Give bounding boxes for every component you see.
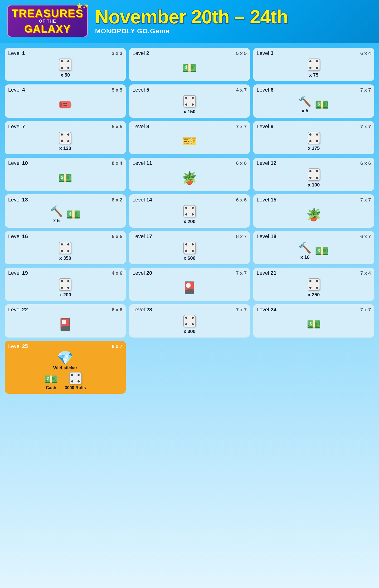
card-body-3: x 75 [256, 58, 371, 78]
grid-size-20: 7 x 7 [236, 270, 247, 276]
card-header-25: Level 258 x 7 [8, 343, 123, 350]
item-qty-1: x 50 [61, 72, 70, 78]
grid-size-2: 5 x 5 [236, 51, 247, 56]
card-header-23: Level 237 x 7 [132, 307, 247, 313]
card-header-13: Level 138 x 2 [8, 197, 123, 203]
card-header-10: Level 108 x 4 [8, 160, 123, 166]
level-label-22: Level 22 [8, 307, 28, 313]
grid-size-7: 5 x 5 [112, 124, 122, 129]
header: ⭐✨ TREASURES OF THE GALAXY November 20th… [0, 0, 379, 43]
card-header-17: Level 178 x 7 [132, 233, 247, 239]
level-card-5: Level 54 x 7x 150 [129, 84, 250, 118]
level-card-6: Level 67 x 7🔨x 5💵 [253, 84, 374, 118]
level-label-18: Level 18 [256, 233, 276, 239]
card-header-3: Level 36 x 4 [256, 50, 371, 56]
card-body-9: x 175 [256, 131, 371, 151]
card-body-25: 💎Wild sticker💵Cash3000 Rolls [8, 351, 123, 390]
grid-size-11: 6 x 6 [236, 160, 247, 166]
card-body-17: x 600 [132, 241, 247, 261]
level-card-21: Level 217 x 4x 250 [253, 268, 374, 301]
item-qty-5: x 150 [184, 109, 195, 114]
card-header-14: Level 146 x 6 [132, 197, 247, 203]
item-qty-12: x 100 [308, 182, 320, 188]
card-body-1: x 50 [8, 58, 123, 78]
card-body-21: x 250 [256, 278, 371, 298]
level-label-19: Level 19 [8, 270, 28, 276]
card-header-16: Level 165 x 5 [8, 233, 123, 239]
card-body-15: 🪴 [256, 205, 371, 224]
item-qty-23: x 300 [184, 329, 195, 334]
card-header-2: Level 25 x 5 [132, 50, 247, 56]
card-body-8: 🎫 [132, 131, 247, 151]
grid-size-1: 3 x 3 [112, 51, 122, 56]
grid-size-12: 6 x 6 [361, 160, 371, 166]
grid-size-13: 8 x 2 [112, 197, 122, 203]
level-card-19: Level 194 x 6x 200 [5, 268, 126, 301]
level-card-18: Level 186 x 7🔨x 10💵 [253, 231, 374, 264]
grid-size-3: 6 x 4 [361, 51, 371, 56]
logo-treasures: TREASURES [12, 8, 83, 19]
level-card-17: Level 178 x 7x 600 [129, 231, 250, 264]
card-body-12: x 100 [256, 168, 371, 188]
card-header-1: Level 13 x 3 [8, 50, 123, 56]
grid-size-24: 7 x 7 [361, 307, 371, 313]
level-label-3: Level 3 [256, 50, 273, 56]
grid-size-18: 6 x 7 [361, 234, 371, 239]
grid-size-23: 7 x 7 [236, 307, 247, 313]
card-header-4: Level 45 x 5 [8, 87, 123, 93]
level-card-13: Level 138 x 2🔨x 5💵 [5, 194, 126, 228]
card-header-5: Level 54 x 7 [132, 87, 247, 93]
item-qty-19: x 200 [59, 292, 71, 298]
level-card-20: Level 207 x 7🎴 [129, 268, 250, 301]
item-qty: x 5 [302, 108, 308, 113]
card-body-4: 🎟️ [8, 95, 123, 114]
logo-galaxy: GALAXY [24, 24, 71, 34]
level-card-3: Level 36 x 4x 75 [253, 48, 374, 81]
level-label-4: Level 4 [8, 87, 25, 93]
item-qty: x 10 [300, 254, 310, 260]
level-card-9: Level 97 x 7x 175 [253, 121, 374, 154]
level-card-16: Level 165 x 5x 350 [5, 231, 126, 264]
grid-size-8: 7 x 7 [236, 124, 247, 129]
level-label-2: Level 2 [132, 50, 149, 56]
grid-size-16: 5 x 5 [112, 234, 122, 239]
grid-size-9: 7 x 7 [361, 124, 371, 129]
header-subtitle: MONOPOLY GO.Game [95, 27, 170, 35]
level-label-8: Level 8 [132, 124, 149, 130]
rolls-label: 3000 Rolls [65, 385, 86, 390]
level-label-1: Level 1 [8, 50, 25, 56]
logo: ⭐✨ TREASURES OF THE GALAXY [7, 5, 88, 37]
level-label-24: Level 24 [256, 307, 276, 313]
grid-size-6: 7 x 7 [361, 87, 371, 93]
cash-label: Cash [46, 385, 56, 390]
card-header-18: Level 186 x 7 [256, 233, 371, 239]
card-body-22: 🎴 [8, 315, 123, 334]
header-title: November 20th – 24th [95, 7, 288, 26]
card-body-13: 🔨x 5💵 [8, 205, 123, 224]
level-card-12: Level 126 x 6x 100 [253, 158, 374, 191]
card-header-15: Level 157 x 7 [256, 197, 371, 203]
card-body-11: 🪴 [132, 168, 247, 188]
card-body-10: 💵 [8, 168, 123, 188]
level-label-5: Level 5 [132, 87, 149, 93]
item-qty-21: x 250 [308, 292, 320, 298]
card-header-11: Level 116 x 6 [132, 160, 247, 166]
grid-size-15: 7 x 7 [361, 197, 371, 203]
item-qty-7: x 120 [59, 145, 71, 151]
card-header-21: Level 217 x 4 [256, 270, 371, 276]
level-label-21: Level 21 [256, 270, 276, 276]
level-label-16: Level 16 [8, 233, 28, 239]
card-body-6: 🔨x 5💵 [256, 95, 371, 114]
level-card-7: Level 75 x 5x 120 [5, 121, 126, 154]
level-label-20: Level 20 [132, 270, 152, 276]
level-label-13: Level 13 [8, 197, 28, 203]
level-label-25: Level 25 [8, 343, 28, 350]
grid-size-4: 5 x 5 [112, 87, 122, 93]
card-header-24: Level 247 x 7 [256, 307, 371, 313]
level-label-12: Level 12 [256, 160, 276, 166]
level-label-6: Level 6 [256, 87, 273, 93]
card-body-2: 💵 [132, 58, 247, 78]
level-label-9: Level 9 [256, 124, 273, 130]
card-body-19: x 200 [8, 278, 123, 298]
card-body-18: 🔨x 10💵 [256, 241, 371, 261]
